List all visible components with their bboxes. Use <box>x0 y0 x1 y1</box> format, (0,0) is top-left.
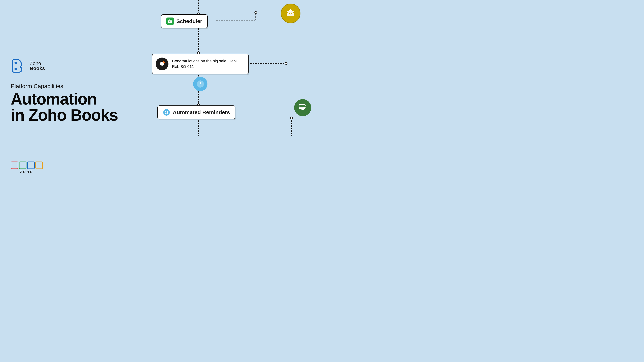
zoho-label: ZOHO <box>11 170 43 174</box>
notification-icon: ! <box>156 57 168 70</box>
main-title: Automation in Zoho Books <box>11 91 136 123</box>
svg-rect-25 <box>169 21 170 22</box>
diagram-connectors <box>125 0 322 181</box>
svg-rect-24 <box>170 19 171 20</box>
svg-rect-33 <box>299 104 305 108</box>
logo-text-group: Zoho Books <box>30 61 45 71</box>
title-line2: in Zoho Books <box>11 106 118 124</box>
title-line1: Automation <box>11 90 96 108</box>
zoho-sq-green <box>19 162 26 169</box>
automated-reminders-icon <box>163 109 170 116</box>
webhook-circle <box>294 99 311 116</box>
scheduler-box: Scheduler <box>161 14 208 28</box>
scheduler-icon <box>166 17 174 25</box>
zoho-books-logo <box>11 58 27 74</box>
svg-point-20 <box>290 117 292 119</box>
svg-point-16 <box>255 11 257 13</box>
email-circle <box>281 3 300 23</box>
zoho-sq-red <box>11 162 18 169</box>
books-word: Books <box>30 66 45 71</box>
svg-point-34 <box>304 107 304 108</box>
svg-rect-23 <box>169 19 170 20</box>
zoho-squares <box>11 162 43 169</box>
notification-box: ! Congratulations on the big sale, Dan! … <box>152 54 248 74</box>
scheduler-label: Scheduler <box>176 18 202 24</box>
svg-point-4 <box>14 68 17 70</box>
zoho-sq-yellow <box>36 162 43 169</box>
clock-circle <box>193 77 208 91</box>
platform-capabilities-text: Platform Capabilities <box>11 83 136 89</box>
svg-point-30 <box>163 109 170 116</box>
notification-text: Congratulations on the big sale, Dan! Re… <box>172 58 243 69</box>
zoho-word: Zoho <box>30 61 45 66</box>
svg-point-18 <box>285 62 287 64</box>
automated-reminders-label: Automated Reminders <box>173 109 230 115</box>
left-panel: Zoho Books Platform Capabilities Automat… <box>11 0 136 181</box>
zoho-footer: ZOHO <box>11 162 43 174</box>
svg-text:!: ! <box>164 62 164 63</box>
svg-point-3 <box>14 62 17 64</box>
zoho-sq-blue <box>27 162 35 169</box>
svg-rect-26 <box>170 21 170 22</box>
right-panel: Scheduler ! Congratulations on the big s… <box>125 0 322 181</box>
automated-reminders-box: Automated Reminders <box>158 105 235 119</box>
logo-area: Zoho Books <box>11 58 136 74</box>
